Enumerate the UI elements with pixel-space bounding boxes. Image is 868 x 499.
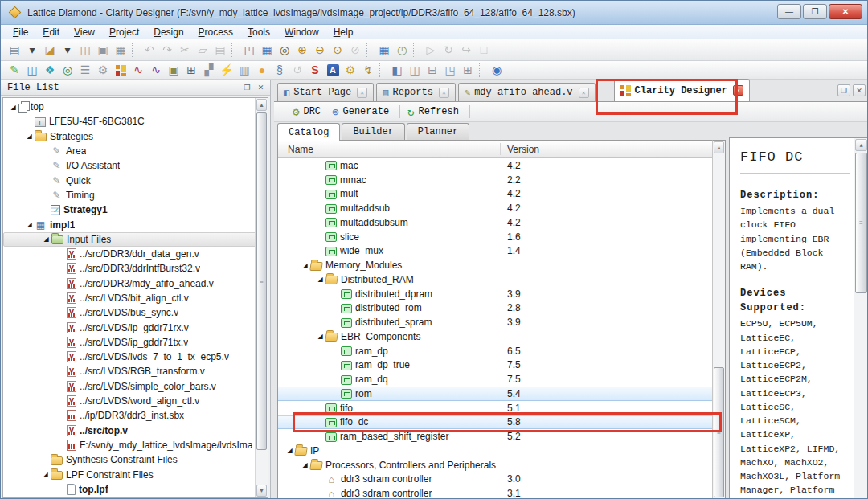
tab-planner[interactable]: Planner (407, 123, 469, 140)
menu-tools[interactable]: Tools (240, 26, 277, 39)
catalog-row-ram-based-shift-register[interactable]: ram_based_shift_register5.2 (278, 429, 712, 444)
tab-reports[interactable]: ▤Reports✕ (376, 83, 456, 101)
catalog-row-distributed-ram[interactable]: ◢Distributed_RAM (278, 272, 712, 287)
file-tree-item-ip-ddr3-ddr3-inst-sbx[interactable]: ../ip/DDR3/ddr3_inst.sbx (3, 408, 268, 423)
catalog-row-mac[interactable]: mac4.2 (278, 158, 712, 173)
file-tree-item-src-ddr3-ddr-data-gen-v[interactable]: ../src/DDR3/ddr_data_gen.v (3, 247, 268, 261)
file-tree-item-src-ddr3-ddrintfburst32-v[interactable]: ../src/DDR3/ddrIntfBurst32.v (3, 261, 268, 276)
debug-wand-icon[interactable]: ↯ (359, 62, 377, 78)
expand-arrow-icon[interactable]: ◢ (285, 447, 295, 454)
insert-table-icon[interactable]: ▦ (258, 42, 276, 58)
catalog-row-mult[interactable]: mult4.2 (278, 187, 712, 202)
cascade-windows-icon[interactable]: ◳ (441, 62, 459, 78)
catalog-row-multaddsub[interactable]: multaddsub4.2 (278, 201, 712, 215)
tab-mdy-afifo-ahead-v[interactable]: ✎mdy_afifo_ahead.v✕ (458, 83, 596, 101)
catalog-row-fifo-dc[interactable]: fifo_dc5.8 (278, 415, 712, 430)
catalog-row-ebr-components[interactable]: ◢EBR_Components (278, 329, 712, 344)
scrollbar-thumb[interactable]: ≡ (855, 153, 867, 293)
file-tree-item-top-lpf[interactable]: top.lpf (3, 482, 268, 497)
scroll-down-icon[interactable]: ▼ (256, 485, 267, 497)
catalog-row-slice[interactable]: slice1.6 (278, 230, 712, 244)
programmer-icon[interactable]: ▥ (235, 62, 253, 78)
catalog-row-wide-mux[interactable]: wide_mux1.4 (278, 244, 712, 259)
catalog-row-distributed-spram[interactable]: distributed_spram3.9 (278, 315, 712, 329)
zoom-area-icon[interactable]: ⊙ (329, 42, 346, 58)
clarity-designer-icon[interactable] (112, 62, 129, 78)
new-window-icon[interactable]: ◧ (388, 62, 406, 78)
catalog-row-distributed-rom[interactable]: distributed_rom2.8 (278, 301, 712, 316)
file-tree-item-timing[interactable]: ✎Timing (3, 188, 268, 202)
scroll-up-icon[interactable]: ▲ (256, 99, 267, 111)
tab-clarity-designer[interactable]: Clarity Designer✕ (614, 79, 750, 101)
catalog-row-mmac[interactable]: mmac2.2 (278, 173, 712, 187)
file-tree-item-src-lvds-word-align-ctl-v[interactable]: ../src/LVDS/word_align_ctl.v (3, 394, 268, 408)
file-tree-item-src-lvds-lvds-7-to-1-tx-ecp5-v[interactable]: ../src/LVDS/lvds_7_to_1_tx_ecp5.v (3, 350, 268, 364)
catalog-row-distributed-dpram[interactable]: distributed_dpram3.9 (278, 287, 712, 301)
zoom-out-icon[interactable]: ⊖ (311, 42, 329, 58)
spreadsheet-doc-icon[interactable]: § (271, 62, 289, 78)
tab-catalog[interactable]: Catalog (277, 123, 340, 141)
file-tree-item-strategies[interactable]: ◢Strategies (3, 129, 268, 144)
scroll-up-icon[interactable]: ▲ (714, 141, 724, 153)
split-vertical-icon[interactable]: ⊟ (424, 62, 441, 78)
save-icon[interactable]: ◫ (76, 42, 94, 58)
new-file-dropdown-icon[interactable]: ▾ (23, 42, 41, 58)
menu-process[interactable]: Process (191, 26, 240, 39)
expand-arrow-icon[interactable]: ◢ (24, 133, 35, 140)
file-tree-item-area[interactable]: ✎Area (3, 144, 268, 158)
power-calculator-icon[interactable]: ⚡ (218, 62, 235, 78)
active-hdl-icon[interactable]: A (324, 62, 342, 78)
expand-arrow-icon[interactable]: ◢ (315, 333, 326, 340)
scrollbar-thumb[interactable]: ≡ (714, 367, 724, 497)
file-tree-item-top[interactable]: ◢top (3, 100, 268, 114)
detail-scrollbar[interactable]: ▲ ≡ (854, 138, 868, 499)
spreadsheet-view-icon[interactable]: ▦ (375, 42, 393, 58)
copy-window-icon[interactable]: ◳ (240, 42, 258, 58)
expand-arrow-icon[interactable]: ◢ (41, 235, 51, 243)
menu-window[interactable]: Window (277, 26, 326, 39)
file-tree-item-src-lvds-bit-align-ctl-v[interactable]: ../src/LVDS/bit_align_ctl.v (3, 291, 268, 305)
zoom-in-icon[interactable]: ⊕ (293, 42, 311, 58)
physical-view-icon[interactable]: ▞ (200, 62, 218, 78)
file-tree-item-src-lvds-ip-gddr71tx-v[interactable]: ../src/LVDS/ip_gddr71tx.v (3, 335, 268, 350)
close-button[interactable]: ✕ (829, 4, 862, 19)
edit-design-icon[interactable]: ✎ (6, 62, 23, 78)
expand-arrow-icon[interactable]: ◢ (24, 221, 35, 228)
tab-float-icon[interactable]: ❐ (837, 84, 850, 96)
tab-close-icon[interactable]: ✕ (853, 84, 866, 96)
file-tree-item-f-svn-y-mdy-lattice-lvdsimage-lvdsima[interactable]: F:/svn/y_mdy_lattice_lvdsImage/lvdsIma (3, 438, 268, 452)
package-view-icon[interactable]: ❖ (41, 62, 59, 78)
new-file-icon[interactable]: ▤ (6, 42, 23, 58)
catalog-row-ram-dp[interactable]: ram_dp6.5 (278, 344, 712, 358)
catalog-row-multaddsubsum[interactable]: multaddsubsum4.2 (278, 215, 712, 230)
file-tree-item-lfe5u-45f-6bg381c[interactable]: LFE5U-45F-6BG381C (3, 114, 268, 129)
catalog-row-fifo[interactable]: fifo5.1 (278, 401, 712, 415)
expand-arrow-icon[interactable]: ◢ (300, 262, 310, 269)
file-tree-scrollbar[interactable]: ▲ ≡ ▼ (255, 98, 268, 497)
file-tree-item-impl1[interactable]: ◢▦impl1 (3, 217, 268, 231)
timing-analysis-icon[interactable]: ◷ (393, 42, 411, 58)
minimize-button[interactable]: — (777, 4, 801, 19)
menu-file[interactable]: File (6, 26, 35, 39)
catalog-row-ram-dp-true[interactable]: ram_dp_true7.5 (278, 358, 712, 373)
catalog-scrollbar[interactable]: ▲ ≡ (712, 140, 726, 499)
expand-arrow-icon[interactable]: ◢ (40, 471, 51, 478)
drc-button[interactable]: ⚙DRC (289, 104, 328, 121)
floorplan-view-icon[interactable]: ⊞ (182, 62, 200, 78)
catalog-row-ddr3-sdram-controller[interactable]: ⌂ddr3 sdram controller3.1 (278, 486, 712, 499)
file-tree-item-input-files[interactable]: ◢Input Files (3, 232, 268, 247)
tab-close-icon[interactable]: ✕ (357, 88, 367, 98)
file-tree-item-src-ddr3-mdy-afifo-ahead-v[interactable]: ../src/DDR3/mdy_afifo_ahead.v (3, 276, 268, 291)
expand-arrow-icon[interactable]: ◢ (8, 104, 18, 111)
netlist-analyzer-icon[interactable]: ◎ (59, 62, 76, 78)
menu-view[interactable]: View (67, 26, 102, 39)
hierarchy-icon[interactable]: ☰ (76, 62, 94, 78)
design-window-icon[interactable]: ◫ (23, 62, 41, 78)
file-tree-item-i-o-assistant[interactable]: ✎I/O Assistant (3, 158, 268, 173)
tile-windows-icon[interactable]: ⊞ (459, 62, 477, 78)
file-tree-item-src-lvds-ip-gddr71rx-v[interactable]: ../src/LVDS/ip_gddr71rx.v (3, 320, 268, 334)
menu-project[interactable]: Project (102, 26, 146, 39)
process-gear-icon[interactable]: ⚙ (94, 62, 112, 78)
generate-button[interactable]: ⊚Generate (328, 104, 396, 121)
scrollbar-thumb[interactable]: ≡ (256, 112, 267, 450)
